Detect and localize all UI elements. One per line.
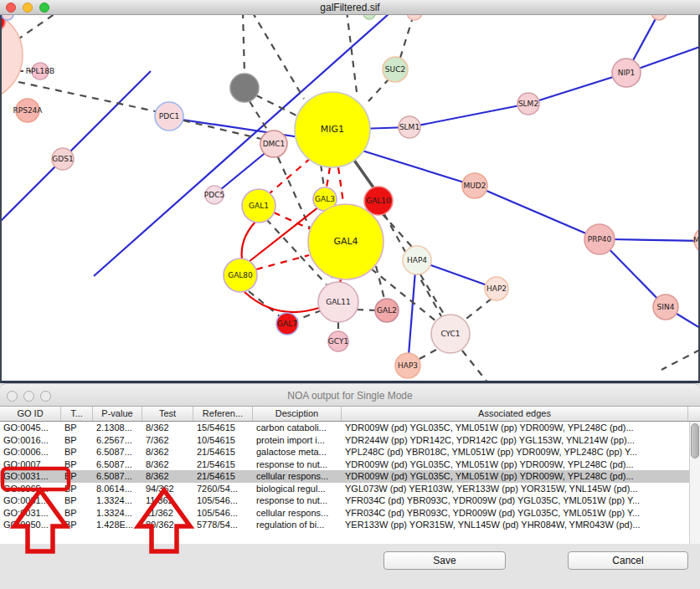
cell-edges: YDR009W (pd) YGL035C, YML051W (pp) YDR00… [342,458,688,471]
cell-type: BP [61,494,93,507]
cell-description: cellular respons... [253,507,342,520]
cell-edges: YGL073W (pd) YER103W, YER133W (pp) YOR31… [342,483,688,495]
cell-p_value: 1.428E... [93,519,142,531]
node-label-GAL10: GAL10 [366,197,391,205]
cell-type: BP [61,519,93,531]
node-label-RPL18B: RPL18B [26,67,54,75]
table-row[interactable]: GO:0031...BP1.3324...11/362105/546...cel… [0,507,700,520]
edge-blue [408,260,416,366]
edge-blue [611,239,700,241]
node-label-PDC5: PDC5 [204,191,224,199]
edge-dash [252,15,304,99]
cell-reference: 21/54615 [193,446,253,458]
cell-reference: 5778/54... [193,519,253,531]
node-label-MSL1: MSL1 [693,236,700,244]
node-label-GAL11: GAL11 [326,298,351,306]
edge-dash [661,350,700,370]
table-row[interactable]: GO:0007...BP6.5087...8/36221/54615respon… [0,458,700,471]
cell-description: response to nut... [253,458,342,471]
node-label-GAL3: GAL3 [315,195,335,203]
node-label-SUC2: SUC2 [385,65,405,74]
table-row[interactable]: GO:0016...BP6.2567...7/36210/54615protei… [0,434,700,447]
cell-go_id: GO:0006... [0,446,61,458]
cell-type: BP [61,483,93,495]
cancel-button[interactable]: Cancel [568,551,688,570]
cell-reference: 105/546... [193,494,253,507]
cell-test: 7/362 [142,434,193,447]
save-button[interactable]: Save [383,551,506,570]
cell-test: 11/362 [142,494,193,507]
node-label-CYC1: CYC1 [440,330,460,338]
node-label-DMC1: DMC1 [263,140,286,148]
cell-description: response to nut... [253,494,342,507]
edge-red [244,292,319,312]
node-label-GAL1: GAL1 [249,202,269,210]
edge-dash [420,274,445,315]
edge-blue [475,186,600,239]
node-label-RPS24A: RPS24A [13,106,43,115]
table-row[interactable]: GO:0065...BP8.0614...94/3627260/54...bio… [0,483,700,495]
table-row[interactable]: GO:0045...BP2.1308...8/36215/54615carbon… [0,422,700,434]
cell-reference: 7260/54... [193,483,253,495]
cell-test: 11/362 [142,507,193,520]
cell-test: 8/362 [142,446,193,458]
edge-dash [400,20,412,58]
edge-blue [409,104,528,127]
node-gray-node[interactable] [230,74,259,102]
dialog-footer: Save Cancel [0,544,700,589]
column-header-type[interactable]: T... [61,407,93,421]
cell-description: protein import i... [253,434,342,447]
column-header-description[interactable]: Desciption [253,407,342,421]
noa-window-titlebar[interactable]: NOA output for Single Mode [0,383,700,407]
graph-window: galFiltered.sif RPL18BRPS24AGDS1PDC1DMC1… [0,0,700,383]
cell-description: cellular respons... [253,470,342,483]
edge-reddash [327,167,330,187]
edge-dash [17,15,60,40]
cell-description: biological regul... [253,483,342,495]
node-label-SLM1: SLM1 [399,123,419,131]
cell-description: regulation of bi... [253,519,342,531]
node-top-nub-3[interactable] [363,15,375,19]
edge-dash [243,15,244,74]
column-header-p_value[interactable]: P-value [93,407,142,421]
cell-reference: 21/54615 [193,470,253,483]
cell-type: BP [61,422,93,434]
table-row[interactable]: GO:0031...BP6.5087...8/36221/54615cellul… [0,470,700,483]
cell-p_value: 1.3324... [93,507,142,520]
scrollbar-thumb[interactable] [691,423,699,458]
node-label-GAL80: GAL80 [228,271,253,279]
node-big-left[interactable] [0,15,23,101]
cell-edges: YDR244W (pp) YDR142C, YDR142C (pp) YGL15… [342,434,688,447]
cell-go_id: GO:0031... [0,507,61,520]
node-top-nub-2[interactable] [407,15,422,20]
cell-edges: YFR034C (pd) YBR093C, YDR009W (pd) YGL03… [342,494,688,507]
results-table-body: GO:0045...BP2.1308...8/36215/54615carbon… [0,422,700,544]
vertical-scrollbar[interactable] [689,422,700,544]
edge-blue [0,71,151,222]
column-header-test[interactable]: Test [142,407,193,421]
table-row[interactable]: GO:0031...BP1.3324...11/362105/546...res… [0,494,700,507]
graph-window-title: galFiltered.sif [0,2,700,13]
edge-reddash [338,167,343,202]
node-label-SLM2: SLM2 [518,100,538,108]
node-label-HAP3: HAP3 [398,361,418,370]
table-row[interactable]: GO:0006...BP6.5087...8/36221/54615galact… [0,446,700,458]
cell-reference: 21/54615 [193,458,253,471]
cell-go_id: GO:0050... [0,519,61,531]
edge-blue [528,73,626,104]
network-canvas[interactable]: RPL18BRPS24AGDS1PDC1DMC1MIG1SUC2SLM1SLM2… [0,15,700,383]
graph-window-titlebar[interactable]: galFiltered.sif [0,0,700,15]
cell-reference: 15/54615 [193,422,253,434]
edge-dash [347,15,357,92]
results-table-header: GO IDT...P-valueTestReferen...Desciption… [0,407,700,422]
cell-go_id: GO:0031... [0,470,61,483]
column-header-edges[interactable]: Associated edges [342,407,688,421]
node-top-nub-1[interactable] [651,15,667,20]
cell-test: 8/362 [142,422,193,434]
edge-dash [418,350,436,360]
column-header-reference[interactable]: Referen... [193,407,253,421]
table-row[interactable]: GO:0050...BP1.428E...80/3625778/54...reg… [0,519,700,531]
cell-reference: 105/546... [193,507,253,520]
cell-type: BP [61,470,93,483]
column-header-go_id[interactable]: GO ID [0,407,61,421]
